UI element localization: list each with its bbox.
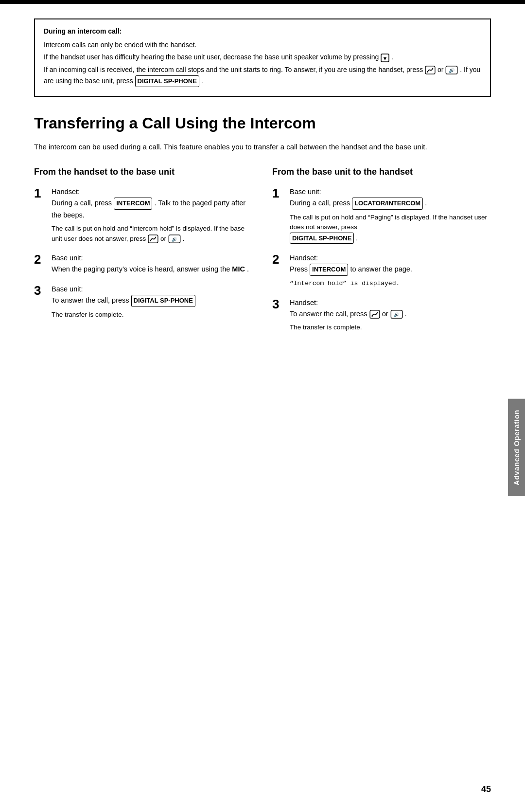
svg-point-3: [427, 72, 428, 73]
svg-text:🔊: 🔊: [394, 312, 400, 318]
speakerphone-icon: 🔊: [445, 66, 460, 73]
notice-box: During an intercom call: Intercom calls …: [34, 18, 491, 97]
right-step-3: 3 Handset: To answer the call, press or: [272, 297, 491, 333]
left-step-2-number: 2: [34, 253, 52, 267]
notice-title: During an intercom call:: [44, 26, 481, 37]
digital-sp-phone-btn-notice: DIGITAL SP-PHONE: [135, 75, 199, 87]
page-title: Transferring a Call Using the Intercom: [34, 114, 491, 132]
top-bar: [0, 0, 525, 4]
left-step-3: 3 Base unit: To answer the call, press D…: [34, 284, 253, 320]
right-step-2-label: Handset:: [290, 254, 318, 262]
right-step-2: 2 Handset: Press INTERCOM to answer the …: [272, 253, 491, 288]
svg-point-11: [371, 315, 373, 317]
notice-or1: or: [438, 66, 443, 73]
notice-line3: If an incoming call is received, the int…: [44, 65, 481, 87]
notice-line1: Intercom calls can only be ended with th…: [44, 40, 481, 51]
intercom-btn-left1: INTERCOM: [114, 198, 152, 210]
right-step-2-content: Handset: Press INTERCOM to answer the pa…: [290, 253, 491, 288]
left-step-2-content: Base unit: When the paging party’s voice…: [52, 253, 253, 275]
col-right-title: From the base unit to the handset: [272, 166, 491, 178]
left-step-1: 1 Handset: During a call, press INTERCOM…: [34, 186, 253, 244]
col-left-title: From the handset to the base unit: [34, 166, 253, 178]
digital-sp-phone-btn-left3: DIGITAL SP-PHONE: [131, 295, 195, 307]
col-left: From the handset to the base unit 1 Hand…: [34, 166, 253, 341]
right-step-1-number: 1: [272, 186, 290, 200]
right-step-3-label: Handset:: [290, 299, 318, 307]
left-step-1-content: Handset: During a call, press INTERCOM .…: [52, 186, 253, 244]
locator-intercom-btn: LOCATOR/INTERCOM: [352, 198, 423, 210]
intercom-btn-right2: INTERCOM: [310, 264, 348, 276]
left-step-2-label: Base unit:: [52, 254, 83, 262]
svg-text:🔊: 🔊: [172, 236, 177, 242]
right-step-2-number: 2: [272, 253, 290, 267]
speakerphone-icon-r3: 🔊: [390, 310, 405, 318]
two-column-layout: From the handset to the base unit 1 Hand…: [34, 166, 491, 341]
vol-down-icon: ▼: [381, 53, 391, 61]
phone-handset-icon: [425, 66, 438, 73]
speakerphone-icon-s1: 🔊: [168, 235, 183, 242]
notice-line2: If the handset user has difficulty heari…: [44, 52, 481, 63]
phone-handset-icon-r3: [369, 310, 382, 318]
left-step-3-number: 3: [34, 284, 52, 298]
right-step-1: 1 Base unit: During a call, press LOCATO…: [272, 186, 491, 244]
svg-point-7: [150, 240, 151, 241]
side-tab: Advanced Operation: [508, 399, 525, 496]
left-step-1-text: During a call, press: [52, 199, 112, 207]
left-step-1-note: The call is put on hold and “Intercom ho…: [52, 224, 253, 244]
right-step-1-note: The call is put on hold and “Paging” is …: [290, 213, 491, 244]
right-step-2-note: “Intercom hold” is displayed.: [290, 279, 491, 289]
left-step-3-note: The transfer is complete.: [52, 310, 253, 320]
page-number: 45: [481, 784, 491, 794]
right-step-3-number: 3: [272, 297, 290, 311]
svg-text:🔊: 🔊: [449, 67, 455, 73]
left-step-2: 2 Base unit: When the paging party’s voi…: [34, 253, 253, 275]
right-step-3-note: The transfer is complete.: [290, 323, 491, 332]
intro-text: The intercom can be used during a call. …: [34, 141, 491, 153]
right-step-1-content: Base unit: During a call, press LOCATOR/…: [290, 186, 491, 244]
left-step-1-number: 1: [34, 186, 52, 200]
svg-text:▼: ▼: [383, 55, 388, 61]
left-step-3-label: Base unit:: [52, 285, 83, 293]
right-step-1-label: Base unit:: [290, 188, 321, 196]
left-step-3-content: Base unit: To answer the call, press DIG…: [52, 284, 253, 320]
phone-handset-icon-s1: [148, 235, 160, 242]
left-step-1-label: Handset:: [52, 188, 80, 196]
digital-sp-phone-btn-right1: DIGITAL SP-PHONE: [290, 233, 354, 244]
right-step-3-content: Handset: To answer the call, press or: [290, 297, 491, 333]
col-right: From the base unit to the handset 1 Base…: [272, 166, 491, 341]
